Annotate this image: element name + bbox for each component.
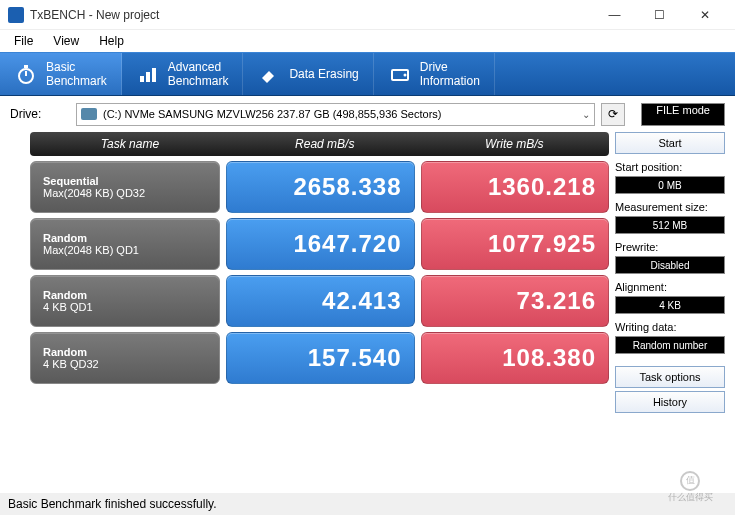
start-position-label: Start position:: [615, 157, 725, 173]
watermark-icon: 值: [680, 471, 700, 491]
task-name-line2: 4 KB QD1: [43, 301, 219, 313]
header-task: Task name: [30, 137, 230, 151]
minimize-button[interactable]: —: [592, 0, 637, 30]
stopwatch-icon: [14, 62, 38, 86]
task-name-line1: Random: [43, 346, 219, 358]
history-button[interactable]: History: [615, 391, 725, 413]
result-row: Random4 KB QD142.41373.216: [30, 275, 609, 327]
watermark: 值 什么值得买: [651, 469, 729, 505]
task-options-button[interactable]: Task options: [615, 366, 725, 388]
maximize-button[interactable]: ☐: [637, 0, 682, 30]
chevron-down-icon: ⌄: [582, 109, 590, 120]
write-value: 73.216: [421, 275, 610, 327]
tab-strip: Basic Benchmark Advanced Benchmark Data …: [0, 52, 735, 96]
file-mode-button[interactable]: FILE mode: [641, 103, 725, 126]
write-value: 1360.218: [421, 161, 610, 213]
bar-chart-icon: [136, 62, 160, 86]
start-button[interactable]: Start: [615, 132, 725, 154]
svg-rect-2: [24, 65, 28, 68]
tab-drive-information[interactable]: Drive Information: [374, 53, 495, 95]
measurement-size-value[interactable]: 512 MB: [615, 216, 725, 234]
prewrite-label: Prewrite:: [615, 237, 725, 253]
menu-view[interactable]: View: [43, 32, 89, 50]
task-name-line2: Max(2048 KB) QD32: [43, 187, 219, 199]
header-write: Write mB/s: [420, 137, 610, 151]
task-name-line1: Random: [43, 232, 219, 244]
alignment-label: Alignment:: [615, 277, 725, 293]
task-cell[interactable]: RandomMax(2048 KB) QD1: [30, 218, 220, 270]
menu-help[interactable]: Help: [89, 32, 134, 50]
app-icon: [8, 7, 24, 23]
svg-rect-3: [140, 76, 144, 82]
results-header: Task name Read mB/s Write mB/s: [30, 132, 609, 156]
tab-basic-benchmark[interactable]: Basic Benchmark: [0, 53, 122, 95]
tab-label: Data Erasing: [289, 67, 358, 81]
results-panel: Task name Read mB/s Write mB/s Sequentia…: [30, 132, 609, 413]
svg-rect-5: [152, 68, 156, 82]
eraser-icon: [257, 62, 281, 86]
task-name-line2: 4 KB QD32: [43, 358, 219, 370]
read-value: 157.540: [226, 332, 415, 384]
result-row: RandomMax(2048 KB) QD11647.7201077.925: [30, 218, 609, 270]
drive-icon: [388, 62, 412, 86]
disk-icon: [81, 108, 97, 120]
task-name-line1: Sequential: [43, 175, 219, 187]
title-bar: TxBENCH - New project — ☐ ✕: [0, 0, 735, 30]
prewrite-value[interactable]: Disabled: [615, 256, 725, 274]
status-text: Basic Benchmark finished successfully.: [8, 497, 217, 511]
task-cell[interactable]: Random4 KB QD1: [30, 275, 220, 327]
drive-value: (C:) NVMe SAMSUNG MZVLW256 237.87 GB (49…: [103, 108, 441, 120]
sidebar: Start Start position: 0 MB Measurement s…: [615, 132, 725, 413]
watermark-text: 什么值得买: [668, 491, 713, 504]
task-name-line1: Random: [43, 289, 219, 301]
tab-label: Basic Benchmark: [46, 60, 107, 89]
task-cell[interactable]: SequentialMax(2048 KB) QD32: [30, 161, 220, 213]
task-cell[interactable]: Random4 KB QD32: [30, 332, 220, 384]
svg-rect-4: [146, 72, 150, 82]
drive-select[interactable]: (C:) NVMe SAMSUNG MZVLW256 237.87 GB (49…: [76, 103, 595, 126]
task-name-line2: Max(2048 KB) QD1: [43, 244, 219, 256]
tab-data-erasing[interactable]: Data Erasing: [243, 53, 373, 95]
status-bar: Basic Benchmark finished successfully.: [0, 493, 735, 515]
tab-advanced-benchmark[interactable]: Advanced Benchmark: [122, 53, 244, 95]
refresh-button[interactable]: ⟳: [601, 103, 625, 126]
writing-data-label: Writing data:: [615, 317, 725, 333]
alignment-value[interactable]: 4 KB: [615, 296, 725, 314]
menu-bar: File View Help: [0, 30, 735, 52]
tab-label: Advanced Benchmark: [168, 60, 229, 89]
header-read: Read mB/s: [230, 137, 420, 151]
svg-point-7: [403, 74, 406, 77]
refresh-icon: ⟳: [608, 107, 618, 121]
tab-label: Drive Information: [420, 60, 480, 89]
write-value: 1077.925: [421, 218, 610, 270]
read-value: 1647.720: [226, 218, 415, 270]
drive-label: Drive:: [10, 107, 70, 121]
close-button[interactable]: ✕: [682, 0, 727, 30]
window-title: TxBENCH - New project: [30, 8, 592, 22]
writing-data-value[interactable]: Random number: [615, 336, 725, 354]
drive-toolbar: Drive: (C:) NVMe SAMSUNG MZVLW256 237.87…: [0, 96, 735, 132]
write-value: 108.380: [421, 332, 610, 384]
start-position-value[interactable]: 0 MB: [615, 176, 725, 194]
result-row: Random4 KB QD32157.540108.380: [30, 332, 609, 384]
measurement-size-label: Measurement size:: [615, 197, 725, 213]
read-value: 42.413: [226, 275, 415, 327]
read-value: 2658.338: [226, 161, 415, 213]
menu-file[interactable]: File: [4, 32, 43, 50]
result-row: SequentialMax(2048 KB) QD322658.3381360.…: [30, 161, 609, 213]
